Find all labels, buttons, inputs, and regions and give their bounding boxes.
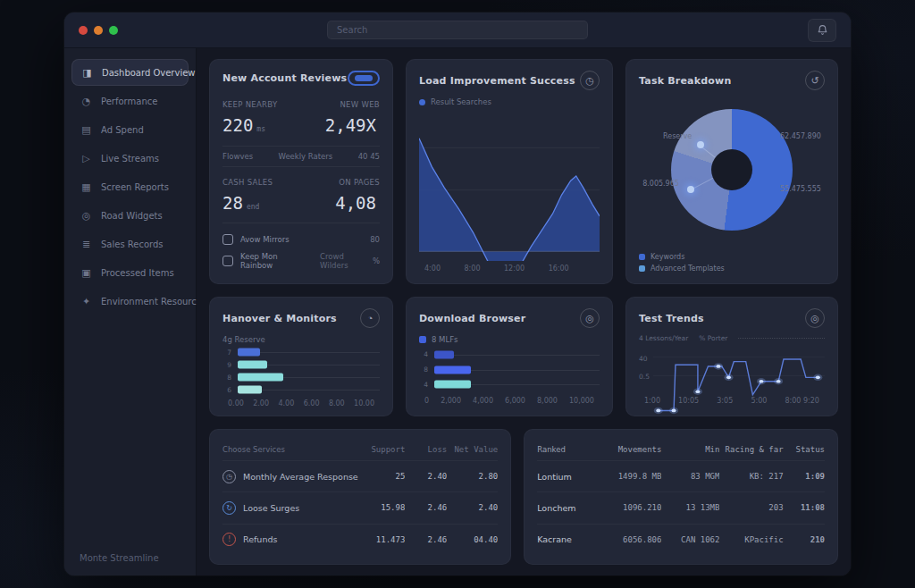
- widgets-icon: ◎: [80, 210, 93, 222]
- data-point[interactable]: [695, 390, 700, 393]
- sidebar-item-ad-spend[interactable]: ▤Ad Spend: [71, 116, 189, 143]
- x-tick-label: 4:00: [424, 265, 441, 273]
- metrics-card: New Account Reviews KEEP NEARBY 220ms NE…: [209, 59, 393, 284]
- data-point[interactable]: [776, 380, 781, 383]
- sidebar-item-label: Ad Spend: [101, 125, 144, 135]
- table-row[interactable]: Lonchem1096.21013 13MB20311:08: [537, 491, 825, 523]
- area-chart-card: Load Improvement Success ◷ Result Search…: [406, 59, 613, 284]
- hbar1-sublabel: 4g Reserve: [222, 335, 380, 344]
- bar[interactable]: [434, 381, 471, 389]
- search-bar: [197, 21, 718, 39]
- bar[interactable]: [238, 374, 283, 382]
- donut-card-title: Task Breakdown: [639, 75, 731, 87]
- stat-value: 2,49X: [325, 115, 376, 135]
- target-icon[interactable]: ◎: [805, 308, 825, 328]
- data-point[interactable]: [672, 409, 676, 413]
- donut-chart: [671, 109, 793, 231]
- donut-chart-card: Task Breakdown ↺ Reserve 8.005.965: [625, 59, 838, 284]
- sidebar-item-environment-resources[interactable]: ✦Environment Resources: [71, 288, 189, 315]
- bar-label: 4: [419, 350, 428, 358]
- donut-hole: [711, 149, 752, 190]
- window-body: ◨Dashboard Overview◔Performance▤Ad Spend…: [64, 48, 851, 575]
- step-sublabels: 4 Lessons/Year % Porter: [639, 334, 825, 342]
- footer-row-label: Avow Mirrors: [240, 235, 290, 244]
- x-tick-label: 8,000: [537, 397, 558, 405]
- data-point[interactable]: [716, 365, 720, 368]
- dashboard-main: New Account Reviews KEEP NEARBY 220ms NE…: [197, 48, 851, 575]
- mid-row-right: 40 45: [358, 152, 380, 161]
- cell: 1499.8 MB: [592, 470, 661, 483]
- sidebar-item-dashboard-overview[interactable]: ◨Dashboard Overview: [71, 59, 189, 86]
- services-table-card: Choose ServicesSupportLossNet Value◷Mont…: [209, 429, 511, 565]
- table-row[interactable]: !Refunds11.4732.4604.40: [222, 524, 498, 555]
- dashboard-icon: ◨: [80, 67, 94, 79]
- cell: Lonchem: [537, 501, 592, 515]
- cell: !Refunds: [222, 531, 360, 548]
- gauge-icon[interactable]: ◔: [360, 308, 380, 328]
- notifications-button[interactable]: [808, 19, 836, 42]
- bar-track: [238, 371, 380, 383]
- minimize-window-button[interactable]: [94, 26, 103, 35]
- alert-icon: !: [222, 533, 236, 546]
- cell: 2.46: [405, 533, 447, 546]
- sidebar-item-performance[interactable]: ◔Performance: [71, 88, 189, 114]
- data-point[interactable]: [656, 409, 660, 413]
- donut-marker-dot[interactable]: [697, 141, 704, 148]
- sidebar-item-live-streams[interactable]: ▷Live Streams: [71, 145, 189, 172]
- x-tick-label: 8:00: [465, 265, 481, 273]
- clock-icon[interactable]: ◷: [580, 71, 600, 90]
- footer-row-sublabel: Crowd Wilders: [320, 252, 365, 270]
- column-header: Racing & far: [719, 443, 783, 456]
- bar-track: [434, 378, 600, 391]
- x-tick-label: 1:00: [644, 397, 660, 405]
- cell: 1096.210: [592, 501, 661, 514]
- footer-row-label: Keep Mon Rainbow: [240, 252, 300, 270]
- donut-zone: Reserve 8.005.965 62.457.890 55.475.555: [639, 90, 825, 253]
- sidebar-item-processed-items[interactable]: ▣Processed Items: [71, 259, 189, 286]
- x-tick-label: 0.00: [228, 399, 244, 407]
- x-tick-label: 10:05: [678, 397, 699, 405]
- cell: CAN 1062: [661, 533, 719, 546]
- table-row[interactable]: Kacrane6056.806CAN 1062KPacific210: [537, 524, 825, 555]
- data-point[interactable]: [759, 380, 763, 383]
- data-point[interactable]: [726, 375, 731, 379]
- bar[interactable]: [238, 386, 262, 394]
- bar[interactable]: [238, 361, 267, 369]
- table-row[interactable]: ↻Loose Surges15.982.462.40: [222, 491, 498, 523]
- bar[interactable]: [434, 350, 454, 358]
- stat-label: CASH SALES: [222, 178, 301, 187]
- sidebar-item-label: Processed Items: [101, 268, 174, 278]
- search-input[interactable]: [327, 21, 588, 39]
- x-tick-label: 2,000: [441, 397, 461, 405]
- target-icon[interactable]: ◎: [580, 308, 600, 328]
- sidebar-item-road-widgets[interactable]: ◎Road Widgets: [71, 202, 189, 229]
- bar[interactable]: [238, 349, 260, 357]
- stat-label: NEW WEB: [301, 100, 380, 109]
- legend-dot-icon: [639, 265, 645, 272]
- close-window-button[interactable]: [79, 26, 88, 35]
- cell: Kacrane: [537, 533, 592, 546]
- records-icon: ≣: [80, 239, 93, 250]
- bar-label: 4: [419, 381, 428, 389]
- table-row[interactable]: Lontium1499.8 MB83 MGMKB: 2171:09: [537, 460, 825, 491]
- column-header: Movements: [592, 443, 661, 456]
- legend-square-icon: [419, 336, 426, 343]
- table-row[interactable]: ◷Monthly Average Response252.402.80: [222, 460, 498, 491]
- donut-legend-item: Keywords: [639, 253, 825, 261]
- metrics-toggle[interactable]: [348, 71, 380, 86]
- hbar1-bars: 7986: [222, 346, 380, 396]
- maximize-window-button[interactable]: [109, 26, 118, 35]
- data-point[interactable]: [816, 375, 820, 379]
- sidebar-item-screen-reports[interactable]: ▦Screen Reports: [71, 173, 189, 200]
- x-tick-label: 0: [424, 397, 429, 405]
- bar[interactable]: [434, 365, 471, 374]
- x-tick-label: 4,000: [473, 397, 493, 405]
- donut-marker-dot[interactable]: [687, 186, 694, 193]
- items-icon: ▣: [80, 267, 93, 279]
- history-icon[interactable]: ↺: [805, 71, 825, 90]
- area-x-axis: 4:008:0012:0016:00: [419, 261, 575, 273]
- sidebar-item-sales-records[interactable]: ≣Sales Records: [71, 231, 189, 257]
- ad-spend-icon: ▤: [80, 124, 93, 136]
- bar-row: 7: [222, 346, 380, 358]
- stat-value: 28: [222, 193, 243, 213]
